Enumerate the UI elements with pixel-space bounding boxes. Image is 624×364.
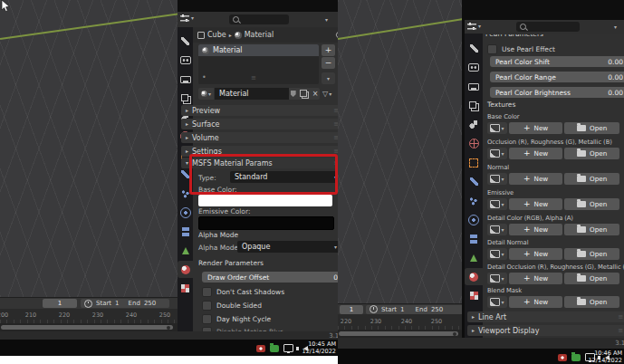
panel-surface[interactable]: ▸Surface≡ bbox=[181, 119, 338, 129]
filter-funnel-button[interactable]: ▽▾ bbox=[322, 88, 337, 100]
taskbar-clock[interactable]: 10:45 AM 12/14/2022 bbox=[302, 340, 336, 355]
list-resize-grip[interactable]: ≡ bbox=[251, 75, 256, 81]
tab-render[interactable] bbox=[465, 59, 483, 76]
tab-texture[interactable] bbox=[465, 287, 483, 304]
texture-open-button[interactable]: Open bbox=[564, 224, 619, 235]
editor-type-button[interactable]: ▾ bbox=[180, 14, 194, 22]
tray-folder-icon[interactable] bbox=[270, 345, 279, 352]
material-slot-list[interactable]: Material • ≡ bbox=[198, 44, 319, 84]
duplicate-icon[interactable] bbox=[300, 90, 307, 97]
search-input[interactable] bbox=[229, 14, 289, 24]
tab-output[interactable] bbox=[465, 78, 483, 95]
network-monitor-icon[interactable] bbox=[283, 344, 293, 352]
texture-open-button[interactable]: Open bbox=[564, 296, 619, 308]
breadcrumb-object[interactable]: Cube bbox=[207, 31, 226, 39]
use-pearl-effect-checkbox[interactable] bbox=[487, 44, 497, 54]
tab-texture[interactable] bbox=[178, 280, 193, 297]
double-sided-checkbox[interactable] bbox=[202, 301, 212, 311]
dont-cast-shadows-checkbox[interactable] bbox=[202, 287, 212, 297]
slot-specials-button[interactable]: ▾ bbox=[322, 72, 335, 84]
breadcrumb-material[interactable]: Material bbox=[245, 31, 274, 39]
unlink-x-icon[interactable]: × bbox=[312, 91, 319, 98]
tab-particles[interactable] bbox=[465, 192, 483, 209]
tab-material[interactable] bbox=[465, 268, 483, 285]
filter-options-button[interactable]: ▾ bbox=[325, 17, 328, 23]
tab-modifiers[interactable] bbox=[465, 173, 483, 190]
end-value[interactable]: 250 bbox=[431, 306, 443, 313]
taskbar-clock[interactable]: 10:46 AM 12/14/2022 bbox=[589, 350, 622, 364]
viewport-3d-a[interactable] bbox=[0, 0, 178, 297]
texture-open-button[interactable]: Open bbox=[564, 148, 619, 159]
panel-grip[interactable]: ≡ bbox=[618, 328, 623, 334]
texture-new-button[interactable]: +New bbox=[509, 122, 563, 134]
start-value[interactable]: 1 bbox=[400, 306, 404, 313]
texture-new-button[interactable]: +New bbox=[509, 296, 563, 308]
base-color-swatch[interactable] bbox=[198, 195, 332, 206]
texture-image-browse-button[interactable]: ▾ bbox=[487, 198, 507, 210]
texture-open-button[interactable]: Open bbox=[564, 122, 619, 134]
start-value[interactable]: 1 bbox=[115, 300, 119, 307]
pearl-color-shift-slider[interactable]: Pearl Color Shift 0.00 bbox=[490, 56, 624, 67]
tab-object-data[interactable] bbox=[178, 242, 193, 259]
texture-new-button[interactable]: +New bbox=[509, 173, 563, 185]
remove-slot-button[interactable]: − bbox=[322, 57, 335, 69]
tab-view-layer[interactable] bbox=[465, 97, 483, 114]
panel-preview[interactable]: ▸Preview≡ bbox=[181, 105, 338, 116]
tab-material[interactable] bbox=[178, 261, 193, 278]
texture-image-browse-button[interactable]: ▾ bbox=[487, 224, 507, 235]
current-frame-field[interactable]: 1 bbox=[340, 305, 363, 314]
tab-physics[interactable] bbox=[465, 211, 483, 228]
emissive-color-swatch[interactable] bbox=[198, 216, 334, 230]
panel-line-art[interactable]: ▸Line Art≡ bbox=[467, 311, 624, 322]
editor-type-button[interactable]: ▾ bbox=[467, 23, 481, 30]
tab-world[interactable] bbox=[465, 135, 483, 152]
tray-recorder-icon[interactable] bbox=[558, 354, 567, 361]
tab-constraints[interactable] bbox=[178, 223, 193, 240]
texture-new-button[interactable]: +New bbox=[509, 198, 563, 210]
tab-object[interactable] bbox=[465, 154, 483, 171]
viewport-3d-b[interactable] bbox=[338, 0, 462, 303]
timeline-ruler[interactable]: 220 230 240 250 bbox=[338, 314, 462, 330]
pearl-color-range-slider[interactable]: Pearl Color Range 0.00 bbox=[490, 72, 624, 82]
tab-output[interactable] bbox=[178, 71, 193, 88]
end-value[interactable]: 250 bbox=[144, 300, 156, 307]
horizontal-scrollbar[interactable] bbox=[1, 325, 173, 330]
texture-new-button[interactable]: +New bbox=[509, 224, 563, 235]
frame-range-group[interactable]: Start 1 End 250 bbox=[366, 305, 466, 314]
texture-image-browse-button[interactable]: ▾ bbox=[487, 273, 507, 284]
material-slot-row[interactable]: Material bbox=[198, 44, 319, 56]
tab-constraints[interactable] bbox=[465, 230, 483, 247]
texture-image-browse-button[interactable]: ▾ bbox=[487, 173, 507, 185]
tab-render[interactable] bbox=[178, 52, 193, 69]
panel-grip[interactable]: ≡ bbox=[618, 314, 623, 321]
horizontal-scrollbar[interactable] bbox=[339, 331, 458, 336]
tab-tool[interactable] bbox=[178, 33, 193, 50]
texture-new-button[interactable]: +New bbox=[509, 148, 563, 159]
texture-open-button[interactable]: Open bbox=[564, 248, 619, 260]
search-input[interactable] bbox=[516, 22, 580, 32]
texture-open-button[interactable]: Open bbox=[564, 273, 619, 284]
day-night-cycle-checkbox[interactable] bbox=[202, 314, 212, 324]
fake-user-shield-icon[interactable] bbox=[291, 91, 296, 97]
filter-options-button[interactable]: ▾ bbox=[614, 24, 617, 30]
add-slot-button[interactable]: + bbox=[322, 44, 335, 56]
texture-new-button[interactable]: +New bbox=[509, 248, 563, 260]
texture-image-browse-button[interactable]: ▾ bbox=[487, 122, 507, 134]
tray-recorder-icon[interactable] bbox=[256, 345, 265, 352]
texture-image-browse-button[interactable]: ▾ bbox=[487, 248, 507, 260]
tab-tool[interactable] bbox=[465, 40, 483, 57]
tray-folder-icon[interactable] bbox=[571, 354, 581, 361]
tab-object-data[interactable] bbox=[465, 249, 483, 266]
texture-image-browse-button[interactable]: ▾ bbox=[487, 296, 507, 308]
current-frame-field[interactable]: 1 bbox=[43, 299, 77, 308]
tab-scene[interactable] bbox=[465, 116, 483, 133]
panel-viewport-display[interactable]: ▸Viewport Display≡ bbox=[467, 325, 624, 336]
timeline-ruler[interactable]: 200 210 220 230 240 250 bbox=[0, 309, 178, 323]
tab-physics[interactable] bbox=[178, 204, 193, 221]
texture-open-button[interactable]: Open bbox=[564, 198, 619, 210]
draw-order-offset-field[interactable]: Draw Order Offset 0 bbox=[202, 272, 338, 283]
texture-open-button[interactable]: Open bbox=[564, 173, 619, 185]
frame-range-group[interactable]: Start 1 End 250 bbox=[81, 299, 169, 308]
texture-new-button[interactable]: +New bbox=[509, 273, 563, 284]
panel-volume[interactable]: ▸Volume≡ bbox=[181, 132, 338, 143]
